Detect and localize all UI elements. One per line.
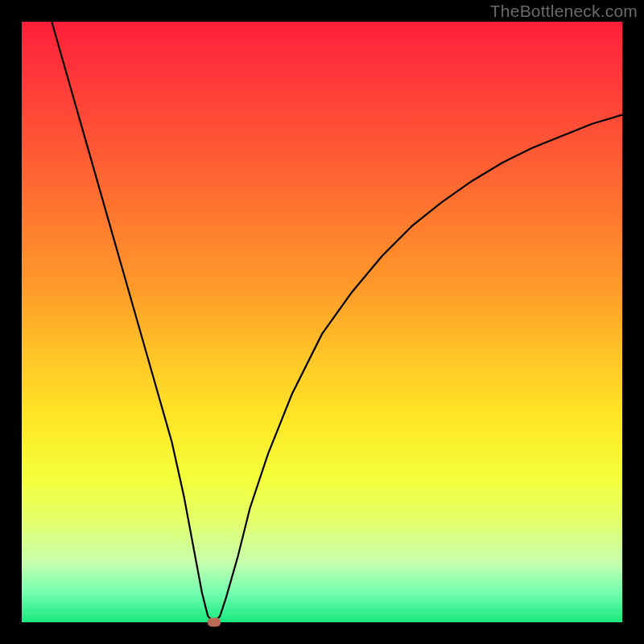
- watermark-text: TheBottleneck.com: [490, 2, 638, 21]
- chart-frame: TheBottleneck.com: [0, 0, 644, 644]
- chart-plot-area: [22, 22, 622, 622]
- bottleneck-curve: [22, 22, 622, 622]
- minimum-marker: [208, 618, 221, 627]
